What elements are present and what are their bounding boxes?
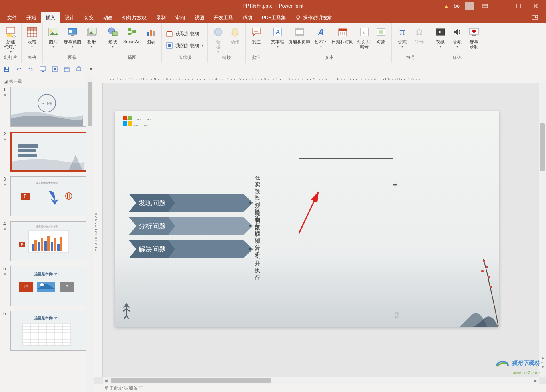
svg-point-37 — [214, 28, 222, 36]
slideshow-start-icon[interactable] — [39, 66, 46, 73]
watermark: 极光下载站 www.xz7.com — [494, 358, 540, 376]
menu-file[interactable]: 文件 — [2, 12, 22, 23]
tell-me-search[interactable]: 操作说明搜索 — [291, 12, 337, 23]
scrollbar-thumb[interactable] — [111, 378, 271, 383]
svg-point-128 — [488, 276, 490, 278]
thumbnail-6[interactable]: 6 这里是举例PPT — [0, 309, 94, 354]
chevron-down-icon: ▾ — [456, 45, 458, 48]
redo-icon[interactable] — [27, 66, 34, 73]
menu-pdftools[interactable]: PDF工具集 — [257, 12, 291, 23]
wordart-icon: A — [315, 26, 327, 38]
menu-insert[interactable]: 插入 — [41, 12, 60, 23]
close-icon[interactable] — [530, 2, 541, 10]
group-slides-label: 幻灯片 — [4, 54, 17, 61]
smartart-body-3: 制定解决方案并执行 — [255, 217, 260, 282]
menu-recording[interactable]: 录制 — [151, 12, 171, 23]
menu-transitions[interactable]: 切换 — [79, 12, 98, 23]
drawing-rectangle[interactable] — [299, 158, 393, 184]
comment-icon — [250, 26, 263, 38]
album-button[interactable]: 相册 ▾ — [84, 25, 100, 49]
thumbnail-1[interactable]: 1★ PPT教程 — [0, 85, 94, 130]
notes-placeholder[interactable]: 单击此处添加备注 — [94, 384, 546, 392]
alignment-guide — [115, 184, 499, 184]
smartart-item-3[interactable]: 解决问题 •制定解决方案并执行 — [129, 238, 253, 261]
thumbnails-panel[interactable]: ◢ 第一章 1★ PPT教程 2★ 3★ 这是是举例文本内容P 4★ 这里是举例… — [0, 75, 94, 392]
scroll-nav-arrows[interactable]: ▲⬨▼ — [541, 356, 545, 369]
picture-button[interactable]: 图片 ▾ — [45, 25, 61, 49]
vertical-scrollbar[interactable]: ▲⬨▼ — [539, 83, 546, 377]
wordart-button[interactable]: A 艺术字 ▾ — [313, 25, 329, 49]
ribbon-options-icon[interactable] — [480, 2, 491, 10]
screen-recording-button[interactable]: 屏幕 录制 — [466, 25, 482, 50]
object-button[interactable]: 对象 — [373, 25, 389, 45]
menu-animations[interactable]: 动画 — [98, 12, 118, 23]
slide[interactable]: 〜 〜 〜 〜 〜 发现问题 •在实践中发现问题 分析问题 •对问题进行详细分析 — [115, 111, 499, 327]
person-decoration-icon — [121, 303, 132, 319]
menu-design[interactable]: 设计 — [60, 12, 79, 23]
svg-rect-36 — [168, 44, 171, 47]
symbol-icon: Ω — [413, 26, 426, 38]
bullet-icon: • — [249, 246, 251, 253]
slide-canvas[interactable]: 〜 〜 〜 〜 〜 发现问题 •在实践中发现问题 分析问题 •对问题进行详细分析 — [103, 83, 546, 377]
menu-view[interactable]: 视图 — [190, 12, 209, 23]
get-addins-button[interactable]: 获取加载项 — [164, 29, 201, 38]
qat-dropdown-icon[interactable]: ▾ — [87, 66, 94, 73]
thumbnail-5[interactable]: 5★ 这里是举例PPTPP — [0, 264, 94, 309]
comment-button[interactable]: 批注 — [248, 25, 264, 45]
save-icon[interactable] — [3, 66, 10, 73]
qat-icon-7[interactable] — [75, 66, 82, 73]
smartart-item-2[interactable]: 分析问题 •对问题进行详细分析 — [129, 214, 253, 238]
smartart-item-1[interactable]: 发现问题 •在实践中发现问题 — [129, 191, 253, 214]
slide-number-button[interactable]: # 幻灯片 编号 — [356, 25, 372, 50]
new-slide-button[interactable]: + 新建 幻灯片 ▾ — [2, 25, 19, 54]
video-button[interactable]: 视频 ▾ — [432, 25, 448, 49]
table-button[interactable]: 表格 ▾ — [24, 25, 40, 49]
thumbnails-scrollbar[interactable] — [86, 75, 94, 392]
undo-icon[interactable] — [15, 66, 22, 73]
watermark-logo-icon — [494, 358, 510, 369]
section-header[interactable]: ◢ 第一章 — [0, 78, 94, 85]
svg-rect-31 — [147, 32, 149, 36]
menu-developer[interactable]: 开发工具 — [209, 12, 238, 23]
equation-button[interactable]: π 公式 ▾ — [394, 25, 410, 49]
qat-icon-5[interactable] — [51, 66, 58, 73]
svg-rect-74 — [18, 149, 36, 152]
share-icon[interactable] — [527, 15, 544, 20]
menu-review[interactable]: 审阅 — [171, 12, 190, 23]
datetime-button[interactable]: 日期和时间 — [330, 25, 355, 45]
qat-icon-6[interactable] — [63, 66, 70, 73]
screenshot-button[interactable]: 屏幕截图 ▾ — [62, 25, 83, 49]
scroll-right-icon[interactable]: ▶ — [534, 378, 537, 383]
user-avatar-icon[interactable] — [465, 2, 474, 10]
menu-slideshow[interactable]: 幻灯片放映 — [118, 12, 151, 23]
chart-button[interactable]: 图表 — [143, 25, 159, 45]
maximize-icon[interactable] — [513, 2, 524, 10]
minimize-icon[interactable] — [496, 2, 508, 10]
menu-help[interactable]: 帮助 — [238, 12, 257, 23]
chevron-down-icon: ▾ — [10, 50, 12, 54]
thumbnail-2[interactable]: 2★ — [0, 130, 94, 175]
scrollbar-thumb[interactable] — [88, 82, 92, 126]
menu-home[interactable]: 开始 — [22, 12, 41, 23]
svg-rect-30 — [133, 30, 136, 33]
vertical-ruler[interactable]: 8 7 6 5 4 3 2 1 0 1 2 3 4 — [94, 83, 103, 377]
smartart-button[interactable]: SmartArt — [122, 25, 142, 45]
title-bar: PPT教程.pptx - PowerPoint ▲ bo — [0, 0, 546, 12]
svg-rect-66 — [54, 68, 56, 70]
thumbnail-3[interactable]: 3★ 这是是举例文本内容P — [0, 175, 94, 220]
textbox-button[interactable]: A 文本框 ▾ — [269, 25, 286, 49]
scrollbar-thumb[interactable] — [540, 123, 545, 171]
horizontal-ruler[interactable]: · · ·12· · ·11· · ·10· · · 9 · · · 8 · ·… — [94, 75, 546, 83]
header-footer-button[interactable]: 页眉和页脚 — [287, 25, 312, 45]
animation-star-icon: ★ — [3, 137, 10, 142]
horizontal-scrollbar[interactable]: ◀ ▶ — [103, 377, 539, 384]
my-addins-button[interactable]: 我的加载项 ▾ — [164, 41, 205, 50]
shapes-button[interactable]: 形状 ▾ — [105, 25, 121, 49]
svg-text:这是是举例文本内容: 这是是举例文本内容 — [36, 182, 58, 184]
scroll-left-icon[interactable]: ◀ — [104, 378, 108, 383]
audio-button[interactable]: 音频 ▾ — [449, 25, 465, 49]
thumbnail-4[interactable]: 4★ 这里是举例文本内容P — [0, 220, 94, 264]
smartart-head-2: 分析问题 — [129, 217, 175, 235]
svg-rect-47 — [339, 29, 347, 31]
svg-rect-60 — [472, 35, 476, 36]
